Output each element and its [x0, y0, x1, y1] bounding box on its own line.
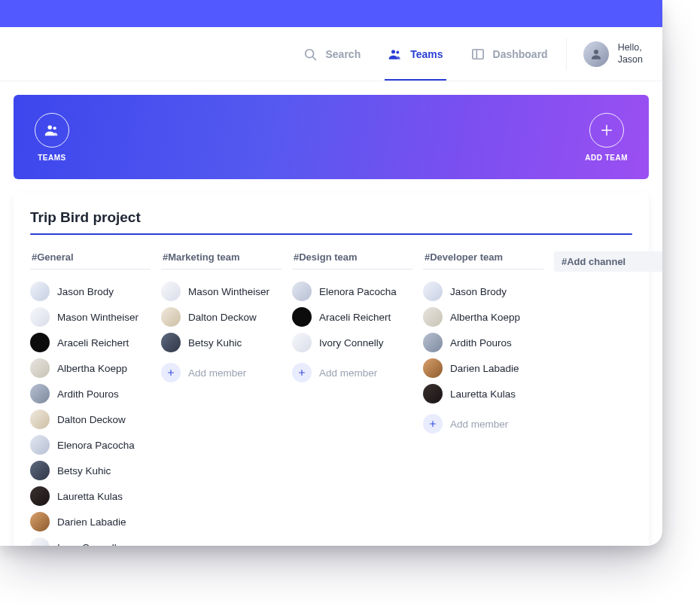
member-row[interactable]: Albertha Koepp: [423, 304, 543, 330]
avatar: [30, 333, 50, 352]
nav-search[interactable]: Search: [289, 27, 374, 81]
nav-teams[interactable]: Teams: [374, 27, 456, 81]
member-name: Albertha Koepp: [450, 312, 520, 323]
avatar: [161, 307, 181, 327]
avatar: [30, 358, 50, 378]
nav-dashboard[interactable]: Dashboard: [457, 27, 562, 81]
svg-point-0: [306, 49, 314, 57]
member-name: Lauretta Kulas: [450, 388, 516, 400]
banner-right-label: ADD TEAM: [585, 154, 628, 162]
nav-label: Search: [325, 48, 361, 60]
member-name: Mason Wintheiser: [57, 312, 138, 323]
avatar: [292, 282, 312, 301]
svg-point-5: [48, 125, 53, 129]
channel-header[interactable]: #General: [30, 251, 151, 270]
add-member-label: Add member: [319, 367, 377, 379]
member-name: Albertha Koepp: [57, 363, 127, 374]
teams-banner: TEAMS ADD TEAM: [14, 95, 649, 179]
svg-point-6: [53, 126, 56, 129]
banner-right: ADD TEAM: [585, 113, 628, 162]
avatar: [30, 461, 50, 480]
brand-strip: [0, 0, 662, 27]
add-team-button[interactable]: [589, 113, 624, 148]
member-row[interactable]: Dalton Deckow: [161, 304, 282, 330]
avatar: [423, 358, 443, 378]
member-row[interactable]: Ivory Connelly: [30, 534, 151, 546]
user-menu[interactable]: Hello, Jason: [571, 27, 649, 81]
avatar: [161, 333, 181, 352]
avatar: [30, 384, 50, 403]
member-row[interactable]: Mason Wintheiser: [161, 279, 282, 304]
avatar: [30, 435, 50, 455]
avatar: [423, 333, 443, 352]
svg-point-2: [397, 50, 400, 53]
channel-column: #Marketing teamMason WintheiserDalton De…: [161, 251, 282, 384]
member-name: Betsy Kuhic: [57, 465, 111, 477]
nav-label: Dashboard: [493, 48, 548, 60]
user-name: Jason: [618, 54, 643, 66]
banner-left: TEAMS: [35, 113, 69, 162]
plus-icon: [423, 414, 443, 434]
banner-left-label: TEAMS: [38, 154, 66, 162]
add-member-button[interactable]: Add member: [161, 358, 282, 384]
people-icon: [44, 122, 60, 139]
channel-header[interactable]: #Marketing team: [161, 251, 282, 270]
teams-button[interactable]: [35, 113, 69, 148]
member-row[interactable]: Elenora Pacocha: [292, 279, 412, 304]
member-name: Ivory Connelly: [57, 542, 122, 547]
member-name: Araceli Reichert: [57, 337, 129, 349]
member-name: Dalton Deckow: [57, 414, 126, 425]
plus-icon: [292, 363, 312, 382]
member-name: Elenora Pacocha: [319, 286, 397, 297]
member-name: Mason Wintheiser: [188, 286, 269, 297]
add-member-label: Add member: [450, 419, 508, 430]
avatar: [30, 512, 50, 531]
member-row[interactable]: Ardith Pouros: [423, 330, 543, 355]
member-name: Darien Labadie: [57, 516, 126, 528]
user-greeting: Hello, Jason: [618, 42, 643, 65]
member-row[interactable]: Araceli Reichert: [292, 304, 412, 330]
member-row[interactable]: Darien Labadie: [30, 509, 151, 534]
nav-label: Teams: [410, 48, 443, 60]
channel-header[interactable]: #Developer team: [423, 251, 543, 270]
member-row[interactable]: Mason Wintheiser: [30, 304, 151, 330]
user-icon: [589, 47, 603, 61]
member-name: Ivory Connelly: [319, 337, 384, 349]
project-title: Trip Bird project: [30, 209, 632, 233]
member-name: Darien Labadie: [450, 363, 519, 374]
channel-column: #Design teamElenora PacochaAraceli Reich…: [292, 251, 412, 384]
avatar: [30, 307, 50, 327]
member-row[interactable]: Lauretta Kulas: [423, 381, 543, 407]
project-card: Trip Bird project #GeneralJason BrodyMas…: [14, 193, 649, 546]
avatar: [30, 486, 50, 506]
member-row[interactable]: Elenora Pacocha: [30, 432, 151, 458]
member-row[interactable]: Araceli Reichert: [30, 330, 151, 355]
channel-header[interactable]: #Design team: [292, 251, 412, 270]
member-row[interactable]: Ivory Connelly: [292, 330, 412, 355]
title-underline: [30, 233, 632, 235]
member-row[interactable]: Dalton Deckow: [30, 407, 151, 432]
svg-rect-3: [472, 49, 482, 59]
member-name: Ardith Pouros: [57, 388, 119, 400]
add-channel-button[interactable]: #Add channel: [554, 251, 662, 272]
avatar: [30, 537, 50, 546]
member-row[interactable]: Darien Labadie: [423, 355, 543, 381]
member-row[interactable]: Albertha Koepp: [30, 355, 151, 381]
avatar: [292, 307, 312, 327]
add-member-button[interactable]: Add member: [292, 358, 412, 384]
member-row[interactable]: Betsy Kuhic: [161, 330, 282, 355]
add-member-button[interactable]: Add member: [423, 410, 543, 435]
plus-icon: [598, 122, 615, 139]
member-row[interactable]: Ardith Pouros: [30, 381, 151, 407]
member-row[interactable]: Jason Brody: [423, 279, 543, 304]
member-row[interactable]: Lauretta Kulas: [30, 483, 151, 509]
member-name: Elenora Pacocha: [57, 440, 135, 451]
member-row[interactable]: Jason Brody: [30, 279, 151, 304]
avatar: [423, 384, 443, 403]
divider: [566, 38, 567, 70]
people-icon: [388, 47, 403, 62]
svg-point-4: [594, 50, 598, 54]
member-row[interactable]: Betsy Kuhic: [30, 458, 151, 483]
avatar: [423, 282, 443, 301]
app-frame: SearchTeamsDashboard Hello, Jason: [0, 0, 662, 546]
